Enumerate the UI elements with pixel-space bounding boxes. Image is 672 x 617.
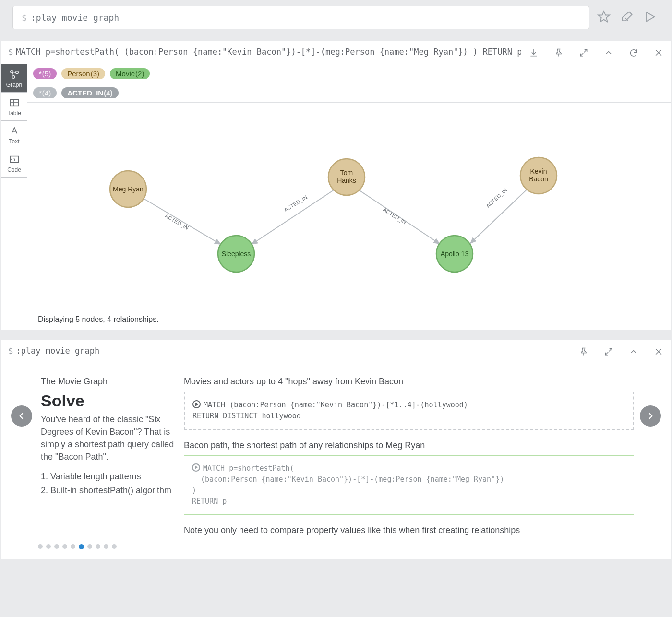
code-block-bacon-path[interactable]: MATCH p=shortestPath( (bacon:Person {nam… [184, 455, 634, 515]
node-kevin-bacon[interactable]: KevinBacon [520, 157, 557, 194]
tab-label: Table [7, 110, 21, 117]
tab-label: Graph [6, 82, 22, 88]
expand-icon[interactable] [571, 41, 596, 64]
pager-dot[interactable] [71, 544, 75, 549]
svg-text:Bacon: Bacon [529, 175, 548, 183]
list-item: Variable length patterns [50, 470, 175, 484]
prompt-symbol: $ [8, 346, 13, 356]
guide-note: Note you only need to compare property v… [184, 525, 634, 535]
svg-marker-1 [647, 12, 654, 21]
prev-slide-button[interactable] [11, 405, 32, 427]
query-text: MATCH p=shortestPath( (bacon:Person {nam… [16, 47, 521, 57]
node-meg-ryan[interactable]: Meg Ryan [110, 171, 146, 207]
close-icon[interactable] [646, 340, 671, 363]
collapse-up-icon[interactable] [596, 41, 621, 64]
svg-text:ACTED_IN: ACTED_IN [164, 213, 190, 231]
svg-text:Sleepless: Sleepless [222, 250, 251, 258]
svg-text:Tom: Tom [340, 169, 353, 177]
status-bar: Displaying 5 nodes, 4 relationships. [27, 309, 671, 330]
node-legend-bar: *(5) Person(3) Movie(2) [27, 64, 671, 83]
tab-label: Text [9, 138, 19, 145]
legend-acted-in[interactable]: ACTED_IN(4) [61, 87, 118, 98]
guide-bullet-list: Variable length patterns Built-in shorte… [50, 470, 175, 498]
command-bar: $ :play movie graph [0, 0, 672, 35]
eraser-icon[interactable] [620, 10, 634, 25]
guide-intro: You've heard of the classic "Six Degrees… [41, 413, 175, 463]
guide-left-pane: The Movie Graph Solve You've heard of th… [36, 377, 180, 498]
code-caption: Bacon path, the shortest path of any rel… [184, 440, 634, 451]
slide-pager [1, 541, 671, 559]
tab-code[interactable]: Code [1, 149, 27, 178]
pager-dot[interactable] [112, 544, 117, 549]
svg-line-8 [251, 187, 339, 245]
guide-right-pane: Movies and actors up to 4 "hops" away fr… [184, 377, 636, 535]
guide-title: Solve [41, 392, 175, 410]
code-block-hops[interactable]: MATCH (bacon:Person {name:"Kevin Bacon"}… [184, 392, 634, 430]
pager-dot[interactable] [38, 544, 43, 549]
code-text: MATCH (bacon:Person {name:"Kevin Bacon"}… [192, 401, 468, 420]
tab-text[interactable]: Text [1, 121, 27, 149]
svg-rect-5 [10, 100, 18, 106]
graph-canvas[interactable]: ACTED_IN ACTED_IN ACTED_IN ACTED_IN Meg … [27, 103, 671, 309]
svg-text:Hanks: Hanks [337, 177, 356, 184]
prompt-symbol: $ [22, 12, 27, 23]
result-body: Graph Table Text Code *(5) Person(3) Mov… [1, 64, 671, 330]
tab-label: Code [7, 166, 21, 173]
pager-dot[interactable] [62, 544, 67, 549]
pager-dot[interactable] [87, 544, 92, 549]
pager-dot[interactable] [46, 544, 51, 549]
svg-text:ACTED_IN: ACTED_IN [283, 194, 309, 213]
pager-dot[interactable] [54, 544, 59, 549]
pager-dot[interactable] [96, 544, 100, 549]
result-query[interactable]: $MATCH p=shortestPath( (bacon:Person {na… [1, 41, 521, 64]
close-icon[interactable] [646, 41, 671, 64]
guide-actions [571, 340, 671, 363]
svg-text:Meg Ryan: Meg Ryan [113, 185, 144, 193]
query-text: :play movie graph [16, 346, 99, 356]
code-text: MATCH p=shortestPath( (bacon:Person {nam… [192, 464, 504, 506]
view-tabs: Graph Table Text Code [1, 64, 27, 330]
code-caption: Movies and actors up to 4 "hops" away fr… [184, 377, 634, 387]
pager-dot[interactable] [79, 544, 84, 549]
play-circle-icon [192, 400, 201, 408]
favorite-icon[interactable] [597, 10, 611, 25]
legend-person[interactable]: Person(3) [61, 68, 105, 79]
legend-all-rels[interactable]: *(4) [33, 87, 57, 98]
rel-legend-bar: *(4) ACTED_IN(4) [27, 83, 671, 103]
legend-movie[interactable]: Movie(2) [110, 68, 150, 79]
pin-icon[interactable] [571, 340, 596, 363]
node-apollo13[interactable]: Apollo 13 [436, 236, 473, 272]
pin-icon[interactable] [546, 41, 571, 64]
node-tom-hanks[interactable]: TomHanks [328, 159, 365, 195]
svg-text:Apollo 13: Apollo 13 [441, 250, 469, 258]
svg-text:Kevin: Kevin [530, 167, 547, 175]
command-text: :play movie graph [31, 12, 119, 23]
canvas-area: *(5) Person(3) Movie(2) *(4) ACTED_IN(4) [27, 64, 671, 330]
svg-marker-0 [598, 11, 609, 22]
guide-subtitle: The Movie Graph [41, 377, 175, 387]
guide-body: The Movie Graph Solve You've heard of th… [1, 363, 671, 541]
play-icon[interactable] [643, 10, 657, 25]
legend-all-nodes[interactable]: *(5) [33, 68, 57, 79]
tab-graph[interactable]: Graph [1, 64, 27, 93]
guide-frame: $:play movie graph The Movie Graph Solve… [1, 340, 671, 559]
download-icon[interactable] [521, 41, 546, 64]
svg-text:ACTED_IN: ACTED_IN [485, 187, 508, 209]
result-header: $MATCH p=shortestPath( (bacon:Person {na… [1, 41, 671, 64]
play-circle-icon [192, 463, 200, 472]
result-frame: $MATCH p=shortestPath( (bacon:Person {na… [1, 41, 671, 330]
svg-text:ACTED_IN: ACTED_IN [382, 207, 408, 225]
tab-table[interactable]: Table [1, 93, 27, 121]
expand-icon[interactable] [596, 340, 621, 363]
result-actions [521, 41, 671, 64]
pager-dot[interactable] [104, 544, 108, 549]
collapse-up-icon[interactable] [621, 340, 646, 363]
prompt-symbol: $ [8, 47, 13, 57]
command-input[interactable]: $ :play movie graph [12, 6, 589, 29]
refresh-icon[interactable] [621, 41, 646, 64]
guide-header: $:play movie graph [1, 340, 671, 363]
guide-query[interactable]: $:play movie graph [1, 340, 571, 363]
node-sleepless[interactable]: Sleepless [218, 236, 254, 272]
command-actions [597, 10, 660, 25]
next-slide-button[interactable] [640, 405, 661, 427]
